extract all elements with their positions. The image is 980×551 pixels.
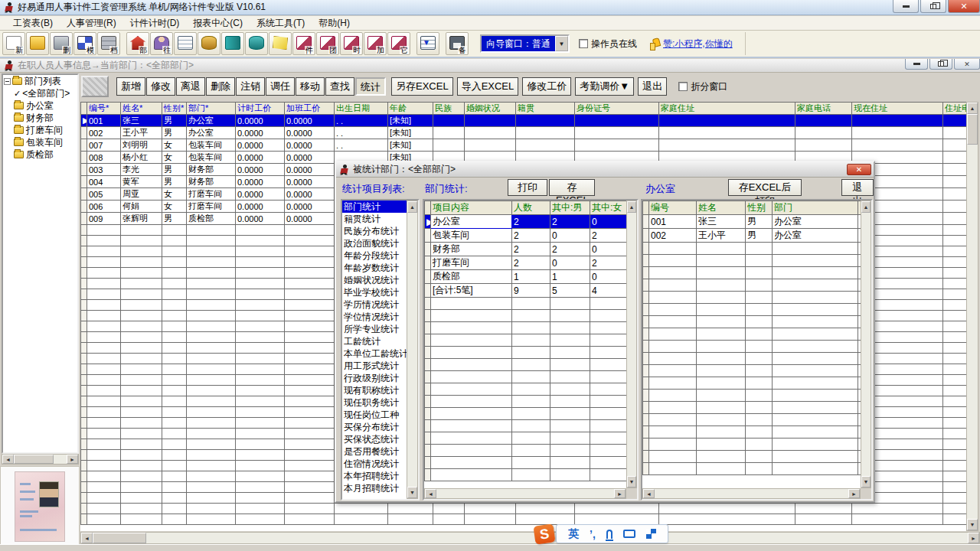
grid-cell[interactable]: 2 bbox=[590, 229, 627, 243]
grid-cell[interactable]: 0.0000 bbox=[236, 164, 285, 176]
scroll-thumb[interactable] bbox=[14, 455, 54, 464]
grid-cell[interactable]: [未知] bbox=[388, 139, 433, 152]
stats-list-item-7[interactable]: 毕业学校统计 bbox=[342, 286, 407, 298]
scroll-left-icon[interactable]: ◄ bbox=[2, 455, 14, 464]
grid-cell[interactable] bbox=[943, 176, 967, 188]
empty-row[interactable] bbox=[643, 316, 861, 328]
ime-mic-icon[interactable] bbox=[606, 530, 612, 539]
column-header[interactable]: 住址电话 bbox=[943, 103, 967, 115]
tree-item-2[interactable]: 打磨车间 bbox=[14, 124, 77, 136]
ime-mode-toggle[interactable]: 英 bbox=[568, 527, 579, 541]
statistics-button[interactable]: 统计 bbox=[355, 77, 386, 96]
grid-cell[interactable]: 0.0000 bbox=[285, 176, 335, 188]
column-header[interactable]: 姓名 bbox=[697, 201, 746, 215]
save-as-excel-button[interactable]: 另存EXCEL bbox=[391, 77, 453, 96]
grid-cell[interactable]: 0.0000 bbox=[236, 188, 285, 201]
grid-cell[interactable]: 001 bbox=[87, 115, 121, 127]
grid-cell[interactable]: 0 bbox=[590, 243, 627, 256]
column-header[interactable]: 身份证号 bbox=[575, 103, 659, 115]
stats-list-item-18[interactable]: 买保分布统计 bbox=[342, 421, 407, 433]
grid-cell[interactable]: 002 bbox=[87, 127, 121, 139]
ime-keyboard-icon[interactable] bbox=[623, 530, 635, 538]
grid-cell[interactable]: 0.0000 bbox=[236, 176, 285, 188]
grid-cell[interactable]: 张辉明 bbox=[121, 213, 162, 225]
menu-item-0[interactable]: 工资表(B) bbox=[6, 15, 60, 31]
scroll-left-icon[interactable]: ◄ bbox=[81, 533, 93, 543]
grid-cell[interactable]: 4 bbox=[590, 284, 627, 298]
grid-cell[interactable]: 女 bbox=[162, 188, 187, 201]
archive-button[interactable]: 档 bbox=[97, 32, 120, 55]
tree-item-4[interactable]: 质检部 bbox=[14, 148, 77, 161]
stats-list-item-22[interactable]: 本年招聘统计 bbox=[342, 470, 407, 482]
tree-item-3[interactable]: 包装车间 bbox=[14, 136, 77, 148]
grid-cell[interactable]: 包装车间 bbox=[187, 139, 236, 152]
empty-row[interactable] bbox=[425, 310, 627, 322]
stats-list-item-13[interactable]: 用工形式统计 bbox=[342, 360, 407, 372]
empty-row[interactable] bbox=[425, 298, 627, 310]
grid-cell[interactable] bbox=[852, 139, 943, 152]
grid-cell[interactable] bbox=[659, 115, 795, 127]
grid-horizontal-scrollbar[interactable]: ◄ ► bbox=[80, 532, 980, 544]
grid-cell[interactable] bbox=[852, 127, 943, 139]
grid-cell[interactable]: 包装车间 bbox=[187, 152, 236, 164]
dept-stat-row[interactable]: 包装车间202 bbox=[425, 229, 627, 243]
grid-cell[interactable]: 2 bbox=[590, 256, 627, 270]
grid-cell[interactable]: 1 bbox=[550, 270, 590, 284]
empty-row[interactable] bbox=[643, 390, 861, 402]
column-header[interactable]: 人数 bbox=[512, 201, 550, 215]
empty-row[interactable] bbox=[643, 414, 861, 426]
scroll-left-icon[interactable]: ◄ bbox=[643, 489, 655, 498]
ime-punctuation-icon[interactable]: ’, bbox=[590, 528, 596, 540]
grid-cell[interactable]: 0 bbox=[550, 229, 590, 243]
save-excel-button[interactable]: 存EXCEL bbox=[549, 179, 595, 196]
grid-cell[interactable]: 男 bbox=[746, 229, 773, 243]
grid-cell[interactable]: 财务部 bbox=[431, 243, 512, 256]
empty-row[interactable] bbox=[643, 328, 861, 341]
grid-cell[interactable] bbox=[465, 127, 516, 139]
grid-cell[interactable]: 0 bbox=[590, 270, 627, 284]
print-button[interactable]: 打印 bbox=[508, 179, 547, 196]
import-excel-button[interactable]: 导入EXCEL bbox=[457, 77, 519, 96]
dialog-close-button[interactable]: ✕ bbox=[847, 164, 871, 175]
grid-cell[interactable]: 007 bbox=[87, 139, 121, 152]
grid-cell[interactable] bbox=[659, 139, 795, 152]
grid-cell[interactable]: 何娟 bbox=[121, 201, 162, 213]
grid-cell[interactable]: 办公室 bbox=[431, 215, 512, 229]
grid-cell[interactable] bbox=[575, 139, 659, 152]
grid-cell[interactable]: 刘明明 bbox=[121, 139, 162, 152]
split-window-checkbox[interactable] bbox=[678, 82, 688, 91]
grid-cell[interactable]: 004 bbox=[87, 176, 121, 188]
column-header[interactable]: 部门 bbox=[773, 201, 858, 215]
close-button[interactable]: ✕ bbox=[948, 0, 980, 13]
employee-row[interactable]: 007刘明明女包装车间0.00000.0000. .[未知] bbox=[81, 139, 967, 152]
empty-row[interactable] bbox=[81, 504, 967, 514]
grid-cell[interactable] bbox=[943, 164, 967, 176]
grid-cell[interactable]: 0.0000 bbox=[236, 127, 285, 139]
minimize-button[interactable] bbox=[893, 0, 919, 13]
wage-card-button[interactable] bbox=[174, 32, 197, 55]
scroll-up-icon[interactable]: ▲ bbox=[967, 103, 978, 114]
praise-link[interactable]: 赞:小程序,你懂的 bbox=[663, 37, 733, 51]
grid-cell[interactable]: 005 bbox=[87, 188, 121, 201]
grid-cell[interactable]: 0.0000 bbox=[285, 188, 335, 201]
grid-cell[interactable]: 男 bbox=[162, 115, 187, 127]
dept-stat-row[interactable]: 质检部110 bbox=[425, 270, 627, 284]
grid-cell[interactable]: . . bbox=[335, 115, 388, 127]
scroll-down-icon[interactable]: ▼ bbox=[861, 476, 871, 487]
stats-list-item-20[interactable]: 是否用餐统计 bbox=[342, 445, 407, 458]
stats-list-item-2[interactable]: 民族分布统计 bbox=[342, 225, 407, 237]
empty-row[interactable] bbox=[643, 365, 861, 377]
stats-list-item-12[interactable]: 本单位工龄统计 bbox=[342, 347, 407, 360]
column-header[interactable]: 计时工价 bbox=[236, 103, 285, 115]
empty-row[interactable] bbox=[643, 451, 861, 463]
grid-cell[interactable]: 001 bbox=[649, 215, 697, 229]
database-button[interactable] bbox=[198, 32, 220, 55]
empty-row[interactable] bbox=[643, 304, 861, 316]
column-header[interactable]: 部门* bbox=[187, 103, 236, 115]
modify-button[interactable]: 修改 bbox=[146, 77, 175, 96]
grid-cell[interactable]: 003 bbox=[87, 164, 121, 176]
grid-cell[interactable] bbox=[943, 213, 967, 225]
grid-cell[interactable]: 女 bbox=[162, 139, 187, 152]
grid-cell[interactable]: 打磨车间 bbox=[431, 256, 512, 270]
grid-cell[interactable]: 9 bbox=[512, 284, 550, 298]
